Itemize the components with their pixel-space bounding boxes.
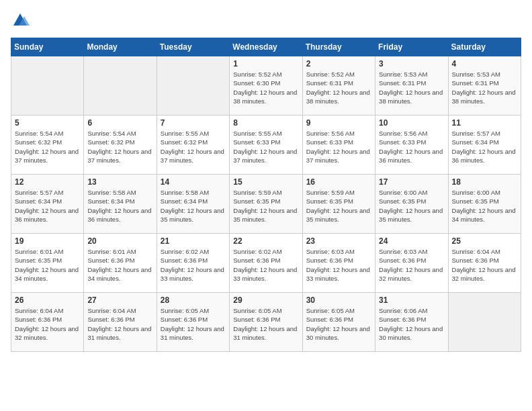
calendar-cell [84, 56, 157, 116]
day-number: 13 [87, 177, 152, 187]
day-info: Sunrise: 5:52 AM Sunset: 6:30 PM Dayligh… [233, 70, 298, 105]
calendar-cell: 17Sunrise: 6:00 AM Sunset: 6:35 PM Dayli… [375, 175, 448, 234]
calendar-week-row: 26Sunrise: 6:04 AM Sunset: 6:36 PM Dayli… [11, 293, 521, 352]
day-number: 17 [379, 177, 444, 187]
weekday-header: Tuesday [157, 38, 229, 56]
calendar-table: SundayMondayTuesdayWednesdayThursdayFrid… [11, 38, 521, 352]
day-number: 8 [233, 118, 298, 128]
day-info: Sunrise: 6:02 AM Sunset: 6:36 PM Dayligh… [233, 247, 298, 283]
calendar-week-row: 1Sunrise: 5:52 AM Sunset: 6:30 PM Daylig… [11, 56, 521, 116]
day-number: 15 [233, 177, 298, 187]
calendar-week-row: 19Sunrise: 6:01 AM Sunset: 6:35 PM Dayli… [11, 234, 521, 293]
day-info: Sunrise: 6:03 AM Sunset: 6:36 PM Dayligh… [306, 247, 371, 283]
weekday-header: Monday [84, 38, 157, 56]
calendar-cell: 10Sunrise: 5:56 AM Sunset: 6:33 PM Dayli… [375, 116, 448, 175]
calendar-cell: 30Sunrise: 6:05 AM Sunset: 6:36 PM Dayli… [302, 293, 375, 352]
day-number: 20 [87, 236, 152, 246]
calendar-cell: 16Sunrise: 5:59 AM Sunset: 6:35 PM Dayli… [302, 175, 375, 234]
day-number: 3 [379, 59, 444, 68]
calendar-cell: 3Sunrise: 5:53 AM Sunset: 6:31 PM Daylig… [375, 56, 448, 116]
weekday-header: Thursday [302, 38, 375, 56]
day-number: 1 [233, 59, 298, 68]
day-number: 2 [306, 59, 371, 68]
calendar-cell: 5Sunrise: 5:54 AM Sunset: 6:32 PM Daylig… [11, 116, 84, 175]
day-number: 4 [452, 59, 517, 68]
day-info: Sunrise: 6:05 AM Sunset: 6:36 PM Dayligh… [306, 306, 371, 342]
weekday-header: Saturday [448, 38, 521, 56]
weekday-header-row: SundayMondayTuesdayWednesdayThursdayFrid… [11, 38, 521, 56]
day-number: 11 [452, 118, 517, 128]
day-info: Sunrise: 5:53 AM Sunset: 6:31 PM Dayligh… [452, 70, 517, 105]
page-header [11, 11, 521, 30]
calendar-cell: 2Sunrise: 5:52 AM Sunset: 6:31 PM Daylig… [302, 56, 375, 116]
day-info: Sunrise: 6:06 AM Sunset: 6:36 PM Dayligh… [379, 306, 444, 342]
day-info: Sunrise: 6:05 AM Sunset: 6:36 PM Dayligh… [233, 306, 298, 342]
day-number: 10 [379, 118, 444, 128]
calendar-cell: 1Sunrise: 5:52 AM Sunset: 6:30 PM Daylig… [230, 56, 302, 116]
day-number: 27 [87, 295, 152, 305]
weekday-header: Wednesday [230, 38, 302, 56]
day-info: Sunrise: 5:53 AM Sunset: 6:31 PM Dayligh… [379, 70, 444, 105]
day-number: 23 [306, 236, 371, 246]
day-number: 30 [306, 295, 371, 305]
day-number: 24 [379, 236, 444, 246]
day-info: Sunrise: 6:04 AM Sunset: 6:36 PM Dayligh… [15, 306, 80, 342]
calendar-cell: 14Sunrise: 5:58 AM Sunset: 6:34 PM Dayli… [157, 175, 229, 234]
day-info: Sunrise: 5:55 AM Sunset: 6:32 PM Dayligh… [161, 129, 226, 165]
calendar-cell: 21Sunrise: 6:02 AM Sunset: 6:36 PM Dayli… [157, 234, 229, 293]
day-number: 7 [161, 118, 226, 128]
weekday-header: Sunday [11, 38, 84, 56]
day-info: Sunrise: 6:02 AM Sunset: 6:36 PM Dayligh… [161, 247, 226, 283]
day-number: 21 [161, 236, 226, 246]
day-info: Sunrise: 5:59 AM Sunset: 6:35 PM Dayligh… [306, 188, 371, 224]
day-info: Sunrise: 5:55 AM Sunset: 6:33 PM Dayligh… [233, 129, 298, 165]
weekday-header: Friday [375, 38, 448, 56]
calendar-cell: 4Sunrise: 5:53 AM Sunset: 6:31 PM Daylig… [448, 56, 521, 116]
calendar-cell: 26Sunrise: 6:04 AM Sunset: 6:36 PM Dayli… [11, 293, 84, 352]
day-info: Sunrise: 5:58 AM Sunset: 6:34 PM Dayligh… [87, 188, 152, 224]
calendar-cell: 12Sunrise: 5:57 AM Sunset: 6:34 PM Dayli… [11, 175, 84, 234]
calendar-cell: 9Sunrise: 5:56 AM Sunset: 6:33 PM Daylig… [302, 116, 375, 175]
day-info: Sunrise: 6:05 AM Sunset: 6:36 PM Dayligh… [161, 306, 226, 342]
day-info: Sunrise: 5:58 AM Sunset: 6:34 PM Dayligh… [161, 188, 226, 224]
calendar-cell: 25Sunrise: 6:04 AM Sunset: 6:36 PM Dayli… [448, 234, 521, 293]
day-info: Sunrise: 6:03 AM Sunset: 6:36 PM Dayligh… [379, 247, 444, 283]
day-number: 5 [15, 118, 80, 128]
calendar-cell: 22Sunrise: 6:02 AM Sunset: 6:36 PM Dayli… [230, 234, 302, 293]
calendar-cell: 7Sunrise: 5:55 AM Sunset: 6:32 PM Daylig… [157, 116, 229, 175]
calendar-cell: 11Sunrise: 5:57 AM Sunset: 6:34 PM Dayli… [448, 116, 521, 175]
calendar-cell: 6Sunrise: 5:54 AM Sunset: 6:32 PM Daylig… [84, 116, 157, 175]
calendar-week-row: 5Sunrise: 5:54 AM Sunset: 6:32 PM Daylig… [11, 116, 521, 175]
day-info: Sunrise: 6:04 AM Sunset: 6:36 PM Dayligh… [87, 306, 152, 342]
day-info: Sunrise: 5:59 AM Sunset: 6:35 PM Dayligh… [233, 188, 298, 224]
calendar-cell: 23Sunrise: 6:03 AM Sunset: 6:36 PM Dayli… [302, 234, 375, 293]
day-info: Sunrise: 6:01 AM Sunset: 6:36 PM Dayligh… [87, 247, 152, 283]
day-number: 19 [15, 236, 80, 246]
calendar-cell [448, 293, 521, 352]
day-info: Sunrise: 5:54 AM Sunset: 6:32 PM Dayligh… [87, 129, 152, 165]
calendar-cell: 13Sunrise: 5:58 AM Sunset: 6:34 PM Dayli… [84, 175, 157, 234]
day-number: 18 [452, 177, 517, 187]
calendar-cell: 15Sunrise: 5:59 AM Sunset: 6:35 PM Dayli… [230, 175, 302, 234]
day-info: Sunrise: 6:01 AM Sunset: 6:35 PM Dayligh… [15, 247, 80, 283]
day-info: Sunrise: 6:00 AM Sunset: 6:35 PM Dayligh… [379, 188, 444, 224]
day-number: 12 [15, 177, 80, 187]
day-number: 16 [306, 177, 371, 187]
day-number: 25 [452, 236, 517, 246]
day-info: Sunrise: 5:52 AM Sunset: 6:31 PM Dayligh… [306, 70, 371, 105]
logo [11, 11, 32, 30]
day-info: Sunrise: 5:57 AM Sunset: 6:34 PM Dayligh… [15, 188, 80, 224]
day-info: Sunrise: 5:56 AM Sunset: 6:33 PM Dayligh… [379, 129, 444, 165]
calendar-cell: 31Sunrise: 6:06 AM Sunset: 6:36 PM Dayli… [375, 293, 448, 352]
day-number: 26 [15, 295, 80, 305]
day-info: Sunrise: 6:04 AM Sunset: 6:36 PM Dayligh… [452, 247, 517, 283]
calendar-week-row: 12Sunrise: 5:57 AM Sunset: 6:34 PM Dayli… [11, 175, 521, 234]
day-number: 31 [379, 295, 444, 305]
day-number: 28 [161, 295, 226, 305]
calendar-cell: 27Sunrise: 6:04 AM Sunset: 6:36 PM Dayli… [84, 293, 157, 352]
day-number: 29 [233, 295, 298, 305]
logo-icon [11, 11, 30, 30]
day-info: Sunrise: 5:56 AM Sunset: 6:33 PM Dayligh… [306, 129, 371, 165]
calendar-cell: 8Sunrise: 5:55 AM Sunset: 6:33 PM Daylig… [230, 116, 302, 175]
calendar-cell: 28Sunrise: 6:05 AM Sunset: 6:36 PM Dayli… [157, 293, 229, 352]
